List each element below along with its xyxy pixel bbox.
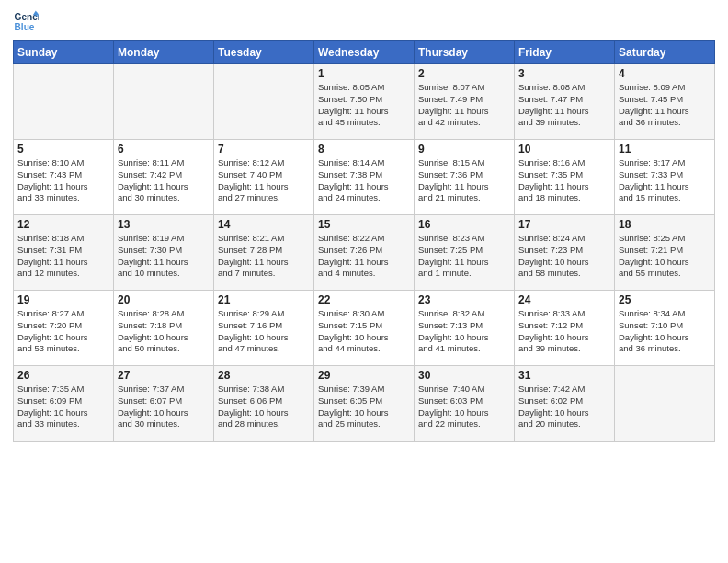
calendar-cell: 12Sunrise: 8:18 AM Sunset: 7:31 PM Dayli… <box>14 215 114 291</box>
calendar-cell: 27Sunrise: 7:37 AM Sunset: 6:07 PM Dayli… <box>114 366 214 442</box>
day-info: Sunrise: 8:32 AM Sunset: 7:13 PM Dayligh… <box>418 308 510 355</box>
day-number: 30 <box>418 369 510 382</box>
day-info: Sunrise: 8:21 AM Sunset: 7:28 PM Dayligh… <box>218 233 310 280</box>
day-info: Sunrise: 8:28 AM Sunset: 7:18 PM Dayligh… <box>118 308 210 355</box>
day-number: 7 <box>218 143 310 155</box>
day-info: Sunrise: 8:18 AM Sunset: 7:31 PM Dayligh… <box>17 233 109 280</box>
logo-icon: General Blue <box>13 9 39 35</box>
calendar-cell: 18Sunrise: 8:25 AM Sunset: 7:21 PM Dayli… <box>615 215 715 291</box>
day-number: 17 <box>518 218 610 231</box>
calendar-cell: 8Sunrise: 8:14 AM Sunset: 7:38 PM Daylig… <box>314 140 415 215</box>
calendar-cell: 31Sunrise: 7:42 AM Sunset: 6:02 PM Dayli… <box>515 366 615 442</box>
day-info: Sunrise: 8:12 AM Sunset: 7:40 PM Dayligh… <box>218 157 310 204</box>
day-number: 12 <box>17 218 109 231</box>
calendar-cell: 24Sunrise: 8:33 AM Sunset: 7:12 PM Dayli… <box>515 291 615 366</box>
day-info: Sunrise: 8:23 AM Sunset: 7:25 PM Dayligh… <box>418 233 510 280</box>
calendar-cell: 20Sunrise: 8:28 AM Sunset: 7:18 PM Dayli… <box>114 291 214 366</box>
calendar-cell: 11Sunrise: 8:17 AM Sunset: 7:33 PM Dayli… <box>615 140 715 215</box>
calendar-cell: 22Sunrise: 8:30 AM Sunset: 7:15 PM Dayli… <box>314 291 415 366</box>
calendar-cell: 5Sunrise: 8:10 AM Sunset: 7:43 PM Daylig… <box>14 140 114 215</box>
day-number: 20 <box>118 293 210 306</box>
calendar-cell: 19Sunrise: 8:27 AM Sunset: 7:20 PM Dayli… <box>14 291 114 366</box>
calendar-cell: 2Sunrise: 8:07 AM Sunset: 7:49 PM Daylig… <box>415 64 515 140</box>
day-info: Sunrise: 8:22 AM Sunset: 7:26 PM Dayligh… <box>318 233 410 280</box>
weekday-header: Monday <box>114 41 214 64</box>
day-info: Sunrise: 8:10 AM Sunset: 7:43 PM Dayligh… <box>17 157 109 204</box>
day-info: Sunrise: 7:40 AM Sunset: 6:03 PM Dayligh… <box>418 384 510 431</box>
day-info: Sunrise: 8:24 AM Sunset: 7:23 PM Dayligh… <box>518 233 610 280</box>
day-info: Sunrise: 7:42 AM Sunset: 6:02 PM Dayligh… <box>518 384 610 431</box>
calendar-cell: 23Sunrise: 8:32 AM Sunset: 7:13 PM Dayli… <box>415 291 515 366</box>
day-info: Sunrise: 8:08 AM Sunset: 7:47 PM Dayligh… <box>518 82 610 129</box>
day-info: Sunrise: 8:25 AM Sunset: 7:21 PM Dayligh… <box>619 233 711 280</box>
day-number: 10 <box>518 143 610 155</box>
day-number: 8 <box>318 143 410 155</box>
calendar-cell: 13Sunrise: 8:19 AM Sunset: 7:30 PM Dayli… <box>114 215 214 291</box>
calendar-week-row: 12Sunrise: 8:18 AM Sunset: 7:31 PM Dayli… <box>14 215 715 291</box>
day-number: 1 <box>318 67 410 80</box>
day-info: Sunrise: 8:17 AM Sunset: 7:33 PM Dayligh… <box>619 157 711 204</box>
day-number: 5 <box>17 143 109 155</box>
day-number: 19 <box>17 293 109 306</box>
calendar-week-row: 19Sunrise: 8:27 AM Sunset: 7:20 PM Dayli… <box>14 291 715 366</box>
calendar-cell: 17Sunrise: 8:24 AM Sunset: 7:23 PM Dayli… <box>515 215 615 291</box>
calendar-cell: 30Sunrise: 7:40 AM Sunset: 6:03 PM Dayli… <box>415 366 515 442</box>
calendar-cell: 29Sunrise: 7:39 AM Sunset: 6:05 PM Dayli… <box>314 366 415 442</box>
day-info: Sunrise: 7:39 AM Sunset: 6:05 PM Dayligh… <box>318 384 410 431</box>
day-number: 29 <box>318 369 410 382</box>
day-info: Sunrise: 8:34 AM Sunset: 7:10 PM Dayligh… <box>619 308 711 355</box>
day-number: 2 <box>418 67 510 80</box>
calendar-cell: 26Sunrise: 7:35 AM Sunset: 6:09 PM Dayli… <box>14 366 114 442</box>
calendar-cell: 1Sunrise: 8:05 AM Sunset: 7:50 PM Daylig… <box>314 64 415 140</box>
calendar-cell: 3Sunrise: 8:08 AM Sunset: 7:47 PM Daylig… <box>515 64 615 140</box>
calendar-week-row: 26Sunrise: 7:35 AM Sunset: 6:09 PM Dayli… <box>14 366 715 442</box>
day-info: Sunrise: 8:05 AM Sunset: 7:50 PM Dayligh… <box>318 82 410 129</box>
day-info: Sunrise: 8:30 AM Sunset: 7:15 PM Dayligh… <box>318 308 410 355</box>
calendar-cell: 14Sunrise: 8:21 AM Sunset: 7:28 PM Dayli… <box>214 215 314 291</box>
calendar-cell <box>14 64 114 140</box>
calendar-cell: 21Sunrise: 8:29 AM Sunset: 7:16 PM Dayli… <box>214 291 314 366</box>
header: General Blue <box>13 9 715 35</box>
day-number: 3 <box>518 67 610 80</box>
day-info: Sunrise: 8:33 AM Sunset: 7:12 PM Dayligh… <box>518 308 610 355</box>
day-number: 23 <box>418 293 510 306</box>
weekday-header: Saturday <box>615 41 715 64</box>
calendar-cell: 6Sunrise: 8:11 AM Sunset: 7:42 PM Daylig… <box>114 140 214 215</box>
day-number: 9 <box>418 143 510 155</box>
day-number: 21 <box>218 293 310 306</box>
day-info: Sunrise: 8:15 AM Sunset: 7:36 PM Dayligh… <box>418 157 510 204</box>
day-number: 22 <box>318 293 410 306</box>
calendar-week-row: 1Sunrise: 8:05 AM Sunset: 7:50 PM Daylig… <box>14 64 715 140</box>
day-info: Sunrise: 7:38 AM Sunset: 6:06 PM Dayligh… <box>218 384 310 431</box>
calendar-week-row: 5Sunrise: 8:10 AM Sunset: 7:43 PM Daylig… <box>14 140 715 215</box>
weekday-header: Sunday <box>14 41 114 64</box>
day-info: Sunrise: 8:19 AM Sunset: 7:30 PM Dayligh… <box>118 233 210 280</box>
day-number: 14 <box>218 218 310 231</box>
day-number: 16 <box>418 218 510 231</box>
weekday-header: Wednesday <box>314 41 415 64</box>
day-number: 11 <box>619 143 711 155</box>
calendar-header-row: SundayMondayTuesdayWednesdayThursdayFrid… <box>14 41 715 64</box>
day-number: 27 <box>118 369 210 382</box>
calendar-cell: 10Sunrise: 8:16 AM Sunset: 7:35 PM Dayli… <box>515 140 615 215</box>
weekday-header: Thursday <box>415 41 515 64</box>
day-info: Sunrise: 7:35 AM Sunset: 6:09 PM Dayligh… <box>17 384 109 431</box>
calendar-cell: 25Sunrise: 8:34 AM Sunset: 7:10 PM Dayli… <box>615 291 715 366</box>
day-number: 4 <box>619 67 711 80</box>
day-number: 31 <box>518 369 610 382</box>
day-info: Sunrise: 7:37 AM Sunset: 6:07 PM Dayligh… <box>118 384 210 431</box>
day-info: Sunrise: 8:16 AM Sunset: 7:35 PM Dayligh… <box>518 157 610 204</box>
day-number: 24 <box>518 293 610 306</box>
logo: General Blue <box>13 9 40 35</box>
day-number: 26 <box>17 369 109 382</box>
calendar-cell <box>615 366 715 442</box>
day-number: 18 <box>619 218 711 231</box>
day-number: 6 <box>118 143 210 155</box>
day-info: Sunrise: 8:29 AM Sunset: 7:16 PM Dayligh… <box>218 308 310 355</box>
calendar-cell: 28Sunrise: 7:38 AM Sunset: 6:06 PM Dayli… <box>214 366 314 442</box>
svg-text:Blue: Blue <box>15 22 35 32</box>
day-number: 28 <box>218 369 310 382</box>
day-info: Sunrise: 8:11 AM Sunset: 7:42 PM Dayligh… <box>118 157 210 204</box>
day-info: Sunrise: 8:07 AM Sunset: 7:49 PM Dayligh… <box>418 82 510 129</box>
day-info: Sunrise: 8:27 AM Sunset: 7:20 PM Dayligh… <box>17 308 109 355</box>
